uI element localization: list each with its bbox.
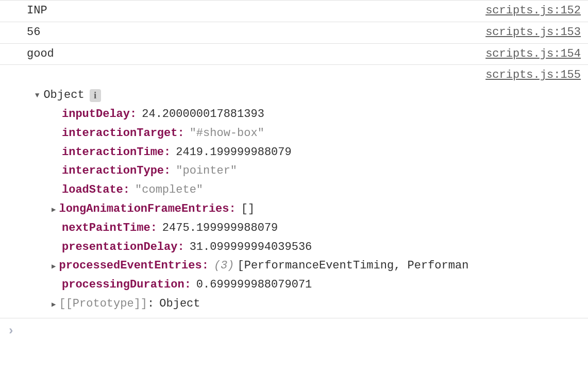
log-source-link[interactable]: scripts.js:152 — [485, 3, 581, 19]
property-key: inputDelay — [62, 107, 130, 123]
property-key: processingDuration — [62, 277, 184, 293]
log-source-link[interactable]: scripts.js:153 — [485, 25, 581, 41]
property-value: 2419.199999988079 — [176, 145, 291, 161]
object-property: interactionTarget: "#show-box" — [62, 126, 581, 142]
console-prompt-row[interactable]: › — [0, 318, 588, 344]
object-row-header: scripts.js:155 — [27, 67, 581, 83]
property-key: loadState — [62, 182, 123, 198]
object-property: interactionType: "pointer" — [62, 163, 581, 179]
chevron-right-icon[interactable]: ▶ — [52, 262, 56, 272]
property-key: processedEventEntries — [59, 259, 201, 272]
object-property: interactionTime: 2419.199999988079 — [62, 145, 581, 161]
info-icon[interactable]: i — [90, 89, 101, 102]
property-value: "pointer" — [176, 163, 237, 179]
array-count: (3) — [214, 258, 234, 274]
property-key-internal: [[Prototype]] — [59, 297, 147, 310]
object-type-label: Object — [43, 88, 84, 104]
object-property-expandable[interactable]: ▶ processedEventEntries: (3) [Performanc… — [62, 258, 581, 274]
log-message: INP — [27, 3, 47, 19]
property-key: interactionTime — [62, 145, 164, 161]
chevron-right-icon[interactable]: ▶ — [52, 300, 56, 310]
property-key: interactionType — [62, 163, 164, 179]
object-disclosure-header[interactable]: ▼ Object i — [27, 88, 581, 104]
property-value: [PerformanceEventTiming, Performan — [238, 258, 469, 274]
object-property-expandable[interactable]: ▶ [[Prototype]]: Object — [62, 296, 581, 312]
log-message: good — [27, 46, 54, 62]
property-value: 31.099999994039536 — [190, 240, 312, 256]
property-value: "complete" — [135, 182, 203, 198]
log-source-link[interactable]: scripts.js:155 — [485, 67, 581, 83]
object-property: nextPaintTime: 2475.199999988079 — [62, 221, 581, 236]
log-message: 56 — [27, 25, 40, 41]
log-source-link[interactable]: scripts.js:154 — [485, 46, 581, 62]
object-property: presentationDelay: 31.099999994039536 — [62, 240, 581, 256]
object-property-expandable[interactable]: ▶ longAnimationFrameEntries: [] — [62, 201, 581, 217]
console-log-row: 56 scripts.js:153 — [0, 22, 588, 44]
console-log-row: INP scripts.js:152 — [0, 0, 588, 22]
chevron-down-icon[interactable]: ▼ — [35, 91, 39, 101]
object-property: loadState: "complete" — [62, 182, 581, 198]
object-property: processingDuration: 0.699999988079071 — [62, 277, 581, 293]
object-properties-list: inputDelay: 24.200000017881393 interacti… — [27, 107, 581, 312]
property-key: longAnimationFrameEntries — [59, 202, 229, 215]
property-key: nextPaintTime — [62, 221, 150, 236]
property-value: 24.200000017881393 — [142, 107, 264, 123]
property-value: 2475.199999988079 — [162, 221, 278, 236]
property-value: 0.699999988079071 — [196, 277, 312, 293]
console-log-row: good scripts.js:154 — [0, 44, 588, 65]
console-object-row: scripts.js:155 ▼ Object i inputDelay: 24… — [0, 65, 588, 318]
chevron-right-icon[interactable]: ▶ — [52, 205, 56, 215]
property-value: "#show-box" — [190, 126, 264, 142]
object-property: inputDelay: 24.200000017881393 — [62, 107, 581, 123]
property-key: presentationDelay — [62, 240, 177, 256]
property-value: Object — [159, 296, 200, 312]
property-value: [] — [241, 201, 255, 217]
chevron-right-icon: › — [7, 323, 14, 340]
property-key: interactionTarget — [62, 126, 177, 142]
